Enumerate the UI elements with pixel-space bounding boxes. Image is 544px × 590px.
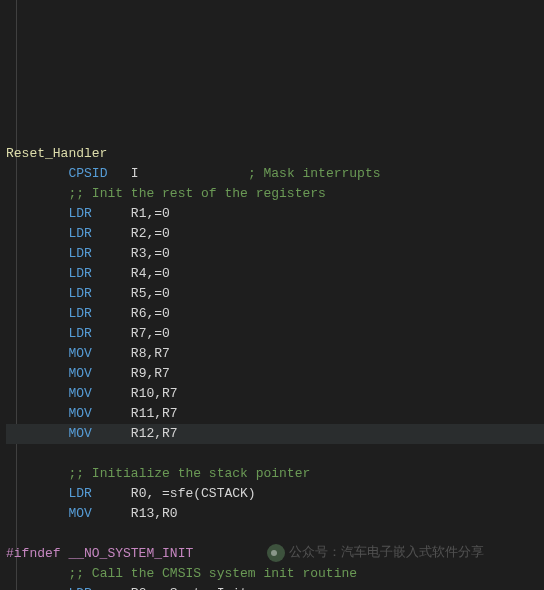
code-line: CPSID I ; Mask interrupts <box>6 164 544 184</box>
code-line: MOV R11,R7 <box>6 404 544 424</box>
reset-handler-label: Reset_Handler <box>6 146 107 161</box>
code-line: LDR R5,=0 <box>6 284 544 304</box>
label-line: Reset_Handler <box>6 144 544 164</box>
code-line: MOV R12,R7 <box>6 424 544 444</box>
code-line: LDR R6,=0 <box>6 304 544 324</box>
code-line: MOV R8,R7 <box>6 344 544 364</box>
code-line <box>6 524 544 544</box>
code-line: ;; Initialize the stack pointer <box>6 464 544 484</box>
code-area: Reset_Handler CPSID I ; Mask interrupts … <box>0 80 544 590</box>
code-line: MOV R13,R0 <box>6 504 544 524</box>
code-line: LDR R4,=0 <box>6 264 544 284</box>
code-line: MOV R10,R7 <box>6 384 544 404</box>
code-line: LDR R2,=0 <box>6 224 544 244</box>
code-line: MOV R9,R7 <box>6 364 544 384</box>
code-line: LDR R3,=0 <box>6 244 544 264</box>
code-line: ;; Init the rest of the registers <box>6 184 544 204</box>
code-line: LDR R7,=0 <box>6 324 544 344</box>
preproc-ifndef: #ifndef __NO_SYSTEM_INIT <box>6 544 544 564</box>
code-line: LDR R1,=0 <box>6 204 544 224</box>
code-line: ;; Call the CMSIS system init routine <box>6 564 544 584</box>
code-line: LDR R0, =SystemInit <box>6 584 544 590</box>
code-line: LDR R0, =sfe(CSTACK) <box>6 484 544 504</box>
code-line <box>6 444 544 464</box>
